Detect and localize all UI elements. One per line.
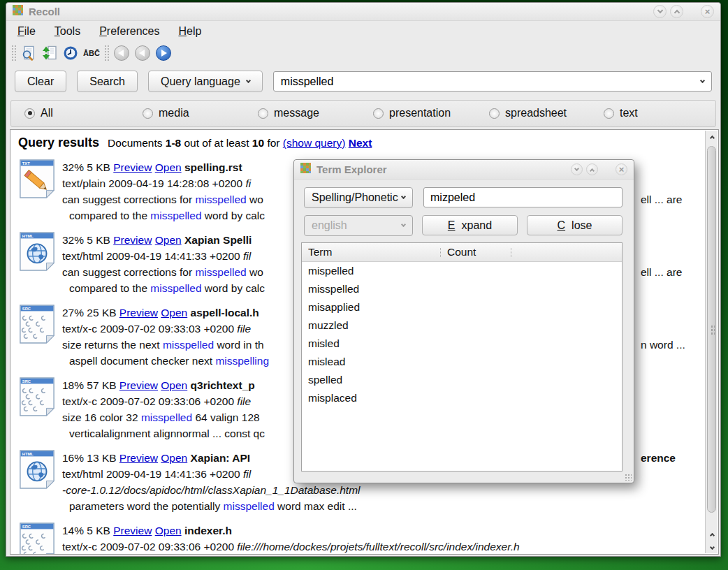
text-segment: word in th [214, 339, 264, 351]
previous-page-icon[interactable] [135, 45, 150, 61]
chevron-down-icon [246, 78, 251, 82]
close-button[interactable]: × [701, 5, 714, 18]
filter-option-message[interactable]: message [258, 107, 319, 119]
term-input[interactable] [423, 187, 623, 207]
result-link[interactable]: Open [155, 161, 182, 173]
count-value [440, 262, 510, 280]
main-titlebar[interactable]: Recoll × [6, 3, 720, 21]
scrollbar-thumb[interactable] [707, 146, 716, 513]
result-link[interactable]: Open [161, 379, 187, 391]
text-segment: Xapian Spelli [184, 234, 252, 246]
filter-option-presentation[interactable]: presentation [373, 107, 451, 119]
svg-text:SRC: SRC [22, 525, 31, 529]
term-explorer-abc-icon[interactable]: ÅBĈ [81, 43, 102, 63]
term-table: Term Count mispelledmisspelledmisapplied… [301, 242, 623, 472]
scroll-down-icon[interactable] [707, 541, 717, 551]
menu-tools[interactable]: Tools [54, 25, 80, 38]
text-segment: ell ... are [641, 266, 682, 278]
radio-button[interactable] [143, 108, 153, 119]
radio-button[interactable] [604, 108, 614, 119]
dialog-titlebar[interactable]: Term Explorer × [294, 160, 634, 180]
shade-up-button[interactable] [586, 163, 598, 175]
term-row[interactable]: mislead [302, 353, 622, 371]
html-file-icon: HTML [18, 232, 56, 271]
result-line-fragment: erence [641, 450, 676, 466]
toolbar: ÅBĈ [6, 41, 720, 66]
scroll-up-icon[interactable] [707, 132, 717, 142]
search-button[interactable]: Search [77, 71, 138, 92]
result-line: -core-1.0.12/docs/apidoc/html/classXapia… [62, 482, 701, 498]
shade-down-button[interactable] [571, 163, 583, 175]
next-page-icon[interactable] [156, 45, 171, 61]
count-column-header[interactable]: Count [441, 246, 511, 258]
result-link[interactable]: Next [349, 137, 372, 149]
document-preview-icon[interactable] [18, 43, 39, 63]
text-segment: compared to the [69, 282, 150, 294]
chevron-down-icon [401, 194, 406, 199]
term-table-header[interactable]: Term Count [302, 243, 622, 262]
result-link[interactable]: Open [161, 307, 187, 319]
radio-button[interactable] [258, 108, 268, 119]
filter-option-spreadsheet[interactable]: spreadsheet [489, 107, 567, 119]
svg-text:SRC: SRC [22, 379, 31, 383]
history-clock-icon[interactable] [60, 43, 81, 63]
term-row[interactable]: misspelled [302, 280, 622, 298]
result-link[interactable]: (show query) [283, 137, 346, 149]
term-row[interactable]: muzzled [302, 316, 622, 335]
shade-down-button[interactable] [653, 5, 667, 18]
filter-option-media[interactable]: media [143, 107, 189, 119]
shade-up-button[interactable] [670, 5, 683, 18]
term-row[interactable]: spelled [302, 371, 622, 389]
result-link[interactable]: Preview [113, 161, 152, 173]
result-link[interactable]: Preview [119, 307, 158, 319]
term-row[interactable]: misplaced [302, 389, 622, 407]
filter-label: text [620, 107, 638, 119]
term-row[interactable]: mispelled [302, 262, 622, 280]
scroll-up-icon[interactable] [707, 529, 717, 539]
text-segment: -core-1.0.12/docs/apidoc/html/classXapia… [62, 484, 361, 496]
menu-file[interactable]: File [17, 25, 36, 38]
toolbar-drag-handle[interactable] [11, 45, 16, 61]
menu-help[interactable]: Help [178, 25, 201, 38]
result-link[interactable]: Open [161, 452, 187, 464]
results-scrollbar[interactable] [705, 131, 718, 553]
resize-grip[interactable] [625, 474, 632, 481]
result-link[interactable]: Preview [119, 452, 158, 464]
source-file-icon: SRC [18, 305, 56, 344]
result-link[interactable]: Open [155, 234, 182, 246]
query-language-dropdown[interactable]: Query language [148, 71, 263, 92]
clear-button[interactable]: Clear [15, 71, 66, 92]
term-row[interactable]: misapplied [302, 298, 622, 316]
text-segment: misspelled [224, 500, 275, 512]
close-dialog-button[interactable]: Close [527, 215, 623, 235]
chevron-down-icon[interactable] [700, 78, 705, 82]
expansion-type-dropdown[interactable]: Spelling/Phonetic [304, 187, 413, 208]
text-segment: size returns the next [62, 339, 163, 351]
result-link[interactable]: Preview [119, 379, 158, 391]
close-button[interactable]: × [616, 163, 627, 175]
result-link[interactable]: Open [155, 525, 182, 536]
first-page-icon[interactable] [114, 45, 129, 61]
search-query-input[interactable] [281, 75, 695, 88]
filter-option-text[interactable]: text [604, 107, 638, 119]
result-link[interactable]: Preview [113, 234, 152, 246]
radio-button[interactable] [24, 108, 35, 119]
menu-preferences[interactable]: Preferences [99, 25, 159, 38]
filter-option-all[interactable]: All [24, 107, 53, 119]
radio-button[interactable] [489, 108, 500, 119]
radio-button[interactable] [373, 108, 384, 119]
term-value: misplaced [302, 389, 440, 407]
search-query-combobox[interactable] [273, 71, 712, 92]
filter-label: spreadsheet [505, 107, 567, 119]
window-title: Recoll [29, 6, 60, 17]
column-separator[interactable] [511, 248, 511, 257]
expand-button[interactable]: Expand [422, 215, 518, 235]
term-row[interactable]: misled [302, 335, 622, 353]
text-segment: aspell document checker next [69, 355, 215, 367]
term-column-header[interactable]: Term [302, 246, 440, 258]
result-link[interactable]: Preview [113, 525, 152, 536]
svg-text:SRC: SRC [22, 307, 31, 311]
text-segment: misspelled [141, 411, 192, 423]
filter-label: message [274, 107, 319, 119]
sort-documents-icon[interactable] [39, 43, 60, 63]
